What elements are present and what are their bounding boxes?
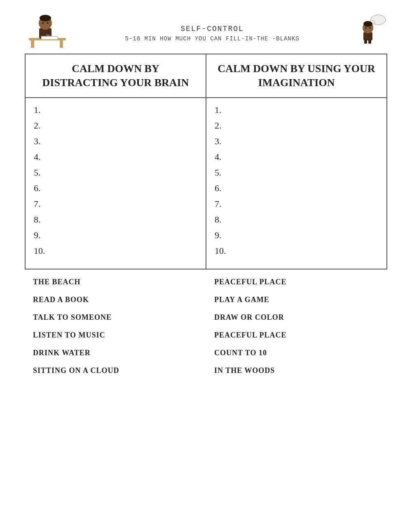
suggestions-right-col: PEACEFUL PLACEPLAY A GAMEDRAW OR COLORPE…	[206, 278, 387, 384]
list-item: 6.	[34, 182, 197, 195]
list-item: 9.	[34, 229, 197, 241]
page-subtitle: 5-10 MIN HOW MUCH YOU CAN FILL-IN-THE -B…	[70, 35, 354, 42]
suggestion-left-item: THE BEACH	[33, 278, 198, 286]
suggestion-left-item: READ A BOOK	[33, 295, 198, 304]
list-item: 2.	[34, 120, 197, 132]
svg-point-16	[363, 21, 372, 27]
kid-thinking-icon	[354, 12, 387, 45]
list-item: 1.	[34, 104, 197, 116]
suggestion-left-item: TALK TO SOMEONE	[33, 313, 198, 322]
list-item: 6.	[215, 182, 378, 195]
list-item: 4.	[215, 151, 378, 163]
svg-point-17	[365, 27, 367, 29]
suggestion-right-item: DRAW OR COLOR	[214, 313, 379, 322]
suggestion-right-item: PLAY A GAME	[214, 295, 379, 304]
svg-rect-1	[31, 40, 34, 48]
suggestions-section: THE BEACHREAD A BOOKTALK TO SOMEONELISTE…	[25, 278, 387, 384]
suggestions-left-col: THE BEACHREAD A BOOKTALK TO SOMEONELISTE…	[25, 278, 206, 384]
svg-point-5	[40, 15, 51, 21]
list-item: 3.	[34, 135, 197, 148]
list-item: 10.	[215, 245, 378, 257]
list-item: 5.	[215, 166, 378, 179]
suggestion-right-item: IN THE WOODS	[214, 366, 379, 375]
svg-rect-2	[60, 40, 63, 48]
suggestion-right-item: COUNT TO 10	[214, 349, 379, 357]
svg-point-7	[47, 22, 49, 24]
suggestion-left-item: DRINK WATER	[33, 349, 198, 357]
col2-list-cell: 1.2.3.4.5.6.7.8.9.10.	[206, 98, 387, 269]
main-table: CALM DOWN BY DISTRACTING YOUR BRAIN CALM…	[25, 54, 387, 270]
svg-point-6	[42, 22, 44, 24]
suggestion-left-item: LISTEN TO MUSIC	[33, 331, 198, 340]
list-item: 4.	[34, 151, 197, 163]
suggestion-right-item: PEACEFUL PLACE	[214, 278, 379, 286]
list-item: 10.	[34, 245, 197, 257]
list-item: 9.	[215, 229, 378, 241]
svg-rect-10	[41, 36, 58, 40]
list-item: 7.	[34, 198, 197, 210]
list-item: 8.	[34, 213, 197, 226]
svg-point-18	[369, 27, 371, 29]
kid-writing-icon	[25, 12, 70, 49]
col1-list-cell: 1.2.3.4.5.6.7.8.9.10.	[25, 98, 206, 269]
svg-rect-19	[364, 40, 367, 44]
list-item: 8.	[215, 213, 378, 226]
list-item: 5.	[34, 166, 197, 179]
suggestion-left-item: SITTING ON A CLOUD	[33, 366, 198, 375]
col1-header: CALM DOWN BY DISTRACTING YOUR BRAIN	[25, 54, 206, 98]
suggestion-right-item: PEACEFUL PLACE	[214, 331, 379, 340]
list-item: 1.	[215, 104, 378, 116]
header-center: SELF-CONTROL 5-10 MIN HOW MUCH YOU CAN F…	[70, 12, 354, 42]
list-item: 3.	[215, 135, 378, 148]
col2-header: CALM DOWN BY USING YOUR IMAGINATION	[206, 54, 387, 98]
page-header: SELF-CONTROL 5-10 MIN HOW MUCH YOU CAN F…	[25, 12, 387, 49]
svg-rect-20	[368, 40, 371, 44]
page-title: SELF-CONTROL	[70, 25, 354, 33]
list-item: 7.	[215, 198, 378, 210]
list-item: 2.	[215, 120, 378, 132]
